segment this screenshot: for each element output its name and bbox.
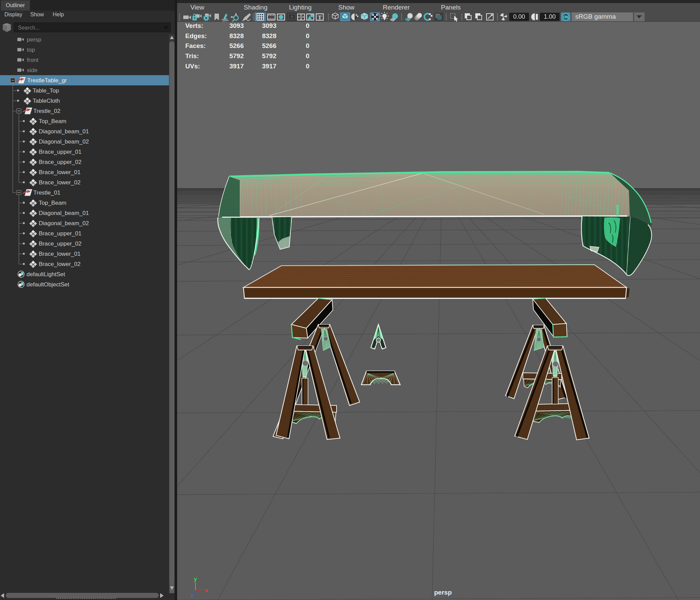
svg-text:Brace_lower_01: Brace_lower_01 [39,251,81,257]
svg-text:UVs:: UVs: [185,63,200,70]
svg-text:5266: 5266 [262,42,276,49]
svg-text:Brace_upper_02: Brace_upper_02 [39,240,82,247]
svg-text:Diagonal_beam_01: Diagonal_beam_01 [39,210,89,216]
svg-text:5792: 5792 [229,52,244,60]
svg-text:y: y [194,576,197,582]
svg-text:TableCloth: TableCloth [33,98,60,104]
svg-text:0: 0 [306,42,309,49]
svg-text:ON: ON [563,15,568,19]
svg-text:defaultObjectSet: defaultObjectSet [27,281,69,288]
svg-text:front: front [27,57,38,63]
svg-text:sRGB gamma: sRGB gamma [575,13,616,20]
svg-text:0.00: 0.00 [513,13,525,20]
svg-text:5266: 5266 [229,42,244,49]
svg-text:Top_Beam: Top_Beam [39,200,66,206]
svg-text:x: x [205,587,208,594]
svg-text:top: top [27,47,35,53]
svg-text:Edges:: Edges: [185,32,207,39]
svg-text:Table_Top: Table_Top [33,87,59,94]
svg-text:Brace_lower_02: Brace_lower_02 [39,179,81,186]
svg-text:Brace_upper_01: Brace_upper_01 [39,149,82,155]
svg-text:side: side [27,67,37,73]
svg-text:Brace_upper_01: Brace_upper_01 [39,230,82,237]
svg-text:0: 0 [306,52,309,60]
svg-text:1.00: 1.00 [544,13,556,20]
svg-text:Faces:: Faces: [185,42,206,49]
svg-text:0: 0 [306,22,309,29]
svg-text:8328: 8328 [229,32,244,39]
svg-text:8328: 8328 [262,32,276,39]
svg-text:Trestle_02: Trestle_02 [33,108,61,114]
svg-text:0: 0 [306,63,309,70]
svg-text:Tris:: Tris: [185,52,199,60]
svg-text:Brace_lower_01: Brace_lower_01 [39,169,81,176]
svg-text:defaultLightSet: defaultLightSet [27,271,65,278]
svg-text:3093: 3093 [229,22,244,29]
svg-text:Verts:: Verts: [185,22,203,29]
svg-text:T: T [318,15,322,20]
svg-text:3093: 3093 [262,22,276,29]
svg-text:Brace_lower_02: Brace_lower_02 [39,261,81,267]
svg-text:persp: persp [434,589,452,596]
svg-text:Diagonal_beam_01: Diagonal_beam_01 [39,128,89,135]
svg-text:Top_Beam: Top_Beam [39,118,66,124]
svg-text:0: 0 [306,32,309,39]
svg-text:Brace_upper_02: Brace_upper_02 [39,159,82,165]
svg-text:3917: 3917 [262,63,276,70]
svg-text:TrestleTable_gr: TrestleTable_gr [27,77,67,84]
svg-text:z: z [191,593,193,598]
svg-text:Diagonal_beam_02: Diagonal_beam_02 [39,220,89,227]
svg-text:3917: 3917 [229,63,244,70]
svg-text:Diagonal_beam_02: Diagonal_beam_02 [39,138,89,145]
svg-text:5792: 5792 [262,52,276,60]
svg-text:Trestle_01: Trestle_01 [33,189,61,196]
svg-text:persp: persp [27,36,41,43]
